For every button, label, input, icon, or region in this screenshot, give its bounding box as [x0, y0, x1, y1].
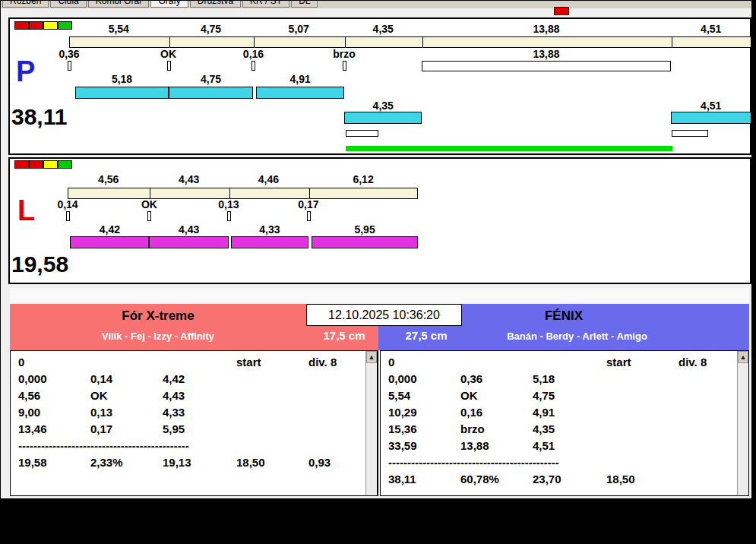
split-ruler [68, 188, 418, 199]
results-section: Fór X-treme Vilík - Fej - Izzy - Affinit… [10, 304, 749, 496]
table-cell: 9,00 [18, 404, 90, 421]
exchange-tick [227, 211, 231, 221]
lane-panel-left: L 19,58 4,564,434,466,120,14OK0,130,174,… [8, 157, 751, 284]
split-time-label: 4,35 [373, 24, 394, 34]
exchange-time-label: 0,13 [218, 199, 239, 210]
start-light [58, 160, 72, 169]
table-cell: 4,43 [163, 387, 236, 404]
run-time-label: 4,42 [100, 224, 120, 235]
split-time-label: 5,54 [109, 24, 129, 34]
table-cell: 4,91 [533, 404, 606, 421]
run-bar [70, 236, 149, 248]
start-lights [14, 160, 72, 169]
run-bar [312, 236, 418, 248]
split-divider [345, 37, 346, 47]
start-light [14, 21, 29, 30]
table-cell: 33,59 [388, 438, 460, 454]
table-cell: 0,36 [460, 371, 533, 387]
table-cell: 60,78% [460, 471, 533, 488]
table-row: 13,460,175,95 [11, 421, 377, 438]
pending-bar [346, 130, 378, 137]
start-light [58, 21, 72, 30]
tab-kombi-graf[interactable]: Kombi Graf [88, 1, 150, 8]
tab-kr-st[interactable]: KR / ST [242, 1, 289, 8]
red-status-button[interactable] [554, 7, 569, 15]
exchange-tick [251, 61, 255, 71]
scroll-up-icon[interactable]: ▲ [738, 351, 748, 363]
lane-letter: P [16, 57, 35, 86]
table-cell: 5,18 [533, 371, 606, 387]
run-time-label: 4,91 [289, 74, 310, 84]
table-cell: 5,95 [163, 421, 236, 438]
jump-height: 17,5 cm [314, 330, 375, 342]
run-bar [671, 112, 751, 124]
tab-rozbeh[interactable]: Rozbeh [2, 1, 49, 8]
exchange-time-label: 0,17 [298, 199, 318, 210]
table-cell: 0,000 [18, 371, 90, 387]
exchange-tick [68, 61, 71, 71]
exchange-tick [66, 211, 70, 221]
split-ruler [69, 36, 751, 48]
table-body: 0startdiv. 80,0000,365,185,54OK4,7510,29… [381, 351, 748, 488]
table-cell: 13,46 [18, 421, 90, 438]
table-cell: 0,16 [460, 404, 533, 421]
lane-total-time: 38,11 [11, 106, 67, 128]
table-cell: 23,70 [533, 471, 606, 488]
scrollbar[interactable]: ▲ [365, 351, 377, 495]
run-bar [149, 236, 228, 248]
start-light [43, 160, 58, 169]
tab-dru-stv-[interactable]: Družstvá [190, 1, 241, 8]
split-time-label: 4,43 [179, 174, 199, 185]
table-row: 0,0000,365,18 [381, 371, 748, 387]
table-body: 0startdiv. 80,0000,144,424,56OK4,439,000… [11, 351, 377, 471]
wait-bar [422, 61, 670, 71]
split-time-label: 13,88 [533, 24, 560, 34]
table-cell: 0,000 [388, 371, 460, 387]
table-row: 0,0000,144,42 [11, 371, 377, 387]
table-cell: 18,50 [606, 471, 679, 488]
table-cell: 4,42 [163, 371, 236, 387]
table-cell: 4,35 [533, 421, 606, 438]
run-bar [231, 236, 308, 248]
table-separator: ----------------------------------------… [11, 438, 377, 454]
tab-grafy[interactable]: Grafy [150, 1, 188, 8]
split-divider [422, 37, 423, 47]
table-cell: 13,88 [460, 438, 533, 454]
table-cell: 5,54 [388, 387, 460, 404]
table-row: 38,1160,78%23,7018,50 [381, 471, 748, 488]
table-cell: 0,13 [90, 404, 163, 421]
run-time-label: 5,95 [354, 224, 375, 235]
table-cell: 15,36 [388, 421, 460, 438]
split-time-label: 4,56 [98, 174, 119, 185]
split-time-label: 4,51 [701, 24, 721, 34]
scroll-up-icon[interactable]: ▲ [366, 351, 377, 363]
run-time-label: 4,35 [373, 100, 394, 111]
progress-bar [346, 146, 672, 151]
lane-panel-right: P 38,11 5,544,755,074,3513,884,510,36OK0… [8, 17, 751, 155]
table-row: 15,36brzo4,35 [381, 421, 748, 438]
results-table-right: 0startdiv. 80,0000,365,185,54OK4,7510,29… [380, 350, 749, 496]
run-time-label: 4,51 [701, 100, 721, 111]
lane-letter: L [17, 196, 35, 225]
jump-height: 27,5 cm [392, 330, 460, 342]
exchange-time-label: brzo [333, 49, 356, 59]
wait-time-label: 13,88 [533, 49, 560, 59]
tab-bar: RozbehČidláKombi GrafGrafyDružstváKR / S… [1, 1, 751, 8]
scrollbar[interactable]: ▲ [737, 351, 748, 495]
split-time-label: 4,46 [258, 174, 279, 185]
split-time-label: 6,12 [353, 174, 373, 185]
table-row: 33,5913,884,51 [381, 438, 748, 454]
table-row: 19,582,33%19,1318,500,93 [11, 454, 377, 471]
team-members: Vilík - Fej - Izzy - Affinity [10, 331, 306, 341]
table-row: 0startdiv. 8 [11, 354, 377, 371]
start-lights [14, 21, 72, 30]
exchange-time-label: OK [141, 199, 157, 210]
table-row: 4,56OK4,43 [11, 387, 377, 404]
split-time-label: 5,07 [289, 24, 309, 34]
table-cell: start [236, 354, 308, 371]
run-time-label: 4,33 [259, 224, 280, 235]
tab--idl-[interactable]: Čidlá [50, 1, 86, 8]
table-cell: 0 [18, 354, 90, 371]
start-light [29, 160, 43, 169]
tab-dl[interactable]: DL [291, 1, 318, 8]
